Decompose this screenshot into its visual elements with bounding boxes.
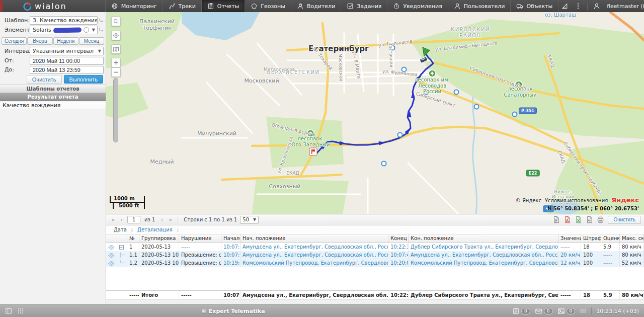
section-report-templates[interactable]: Шаблоны отчетов	[0, 85, 106, 93]
column-header[interactable]: Штраф	[581, 234, 601, 243]
cell-end-loc: Комсомольский Путепровод, Екатеринбург, …	[409, 259, 558, 267]
collapse-row-icon[interactable]: −	[119, 245, 124, 250]
column-header[interactable]: Оценка	[601, 234, 620, 243]
nav-item-6[interactable]: Задания	[341, 0, 387, 12]
range-button-4[interactable]: Месяц	[79, 37, 104, 45]
column-header[interactable]: №	[127, 234, 139, 243]
map-poi-marker[interactable]	[513, 112, 517, 117]
map-scrollbar[interactable]	[113, 78, 118, 142]
map-poi-marker[interactable]	[402, 67, 407, 72]
clear-report-button[interactable]: Очистить	[608, 216, 641, 224]
template-select[interactable]: 3. Качество вождения с карт... ▼	[30, 16, 98, 25]
map-canvas[interactable]: ЕкатеринбургПалкинский ТорфяникКИРОВСКИЙ…	[106, 12, 644, 214]
cell-group: 2020-05-13	[139, 243, 179, 251]
column-header[interactable]: Макс. скорость	[620, 234, 644, 243]
interval-select[interactable]: Указанный интервал ▼	[30, 47, 104, 55]
menu-kebab-icon[interactable]	[572, 0, 584, 12]
column-header-empty	[117, 234, 127, 243]
nav-item-2[interactable]: Треки	[163, 0, 202, 12]
map-poi-marker[interactable]	[454, 90, 459, 95]
column-header[interactable]: Нач. положение	[240, 234, 388, 243]
apps-grid-icon[interactable]	[17, 307, 24, 314]
user-icon[interactable]	[591, 0, 603, 12]
messages-badge-group[interactable]: 0	[535, 307, 553, 315]
column-header[interactable]: Кон. положение	[409, 234, 558, 243]
from-date-input[interactable]	[30, 57, 104, 65]
keyboard-icon[interactable]	[580, 307, 587, 314]
row-visibility-eye-icon[interactable]	[106, 251, 117, 259]
nav-item-3[interactable]: Отчеты	[202, 0, 245, 12]
tree-branch-icon: ├─	[117, 251, 127, 259]
section-report-result[interactable]: Результат отчета	[0, 93, 106, 101]
nav-item-5[interactable]: Водители	[291, 0, 341, 12]
column-header[interactable]: Значение	[558, 234, 581, 243]
nav-item-1[interactable]: Мониторинг	[105, 0, 163, 12]
column-header[interactable]: Нарушение	[179, 234, 221, 243]
map-poi-marker[interactable]	[474, 105, 479, 109]
units-icon	[516, 3, 523, 10]
column-header[interactable]: Начало	[221, 234, 240, 243]
nav-item-7[interactable]: Уведомления	[387, 0, 448, 12]
column-header[interactable]: Группировка	[139, 234, 179, 243]
next-page-button[interactable]: ›	[158, 216, 166, 224]
page-number-input[interactable]	[127, 216, 140, 223]
pdf-export-icon[interactable]: A	[564, 216, 571, 223]
map-poi-marker[interactable]	[398, 133, 403, 137]
last-page-button[interactable]: »	[167, 216, 174, 224]
file-export-icon[interactable]	[586, 216, 593, 223]
unit-switch-icon[interactable]	[99, 27, 104, 34]
table-row-1[interactable]: −12020-05-13-----10:07:27Амундсена ул., …	[106, 243, 644, 251]
user-name[interactable]: fleetmaster (invar)	[604, 3, 644, 10]
cell-start-loc: Амундсена ул., Екатеринбург, Свердловска…	[240, 251, 388, 259]
map-poi-marker[interactable]	[390, 46, 395, 50]
report-queue-badge-group[interactable]: 0	[512, 307, 530, 315]
zoom-out-button[interactable]	[111, 67, 121, 77]
template-switch-icon[interactable]	[99, 17, 104, 24]
tab-2[interactable]: Детализация	[134, 227, 176, 232]
nav-item-4[interactable]: Геозоны	[245, 0, 291, 12]
range-button-2[interactable]: Вчера	[27, 37, 52, 45]
map-layers-button[interactable]	[111, 44, 121, 54]
terms-link[interactable]: Условия использования	[545, 198, 608, 203]
ruler-icon[interactable]	[558, 0, 571, 12]
excel-export-icon[interactable]: X	[575, 216, 582, 223]
map-visibility-button[interactable]	[111, 31, 121, 40]
tab-1[interactable]: Дата	[110, 227, 130, 232]
divider	[587, 3, 588, 10]
report-template-icon[interactable]	[552, 216, 560, 223]
count-badge: 0	[544, 308, 553, 314]
report-result-item[interactable]: Качество вождения	[0, 102, 106, 109]
print-icon[interactable]	[597, 216, 604, 223]
prev-page-button[interactable]: ‹	[118, 216, 125, 224]
map-poi-marker[interactable]	[424, 90, 429, 95]
page-size-select[interactable]: 50 ▼	[240, 216, 259, 224]
app-logo[interactable]: wialon	[3, 0, 74, 12]
table-row-2[interactable]: ├─1.12020-05-13 10:07:27Превышение: сред…	[106, 251, 644, 259]
range-button-3[interactable]: Неделя	[53, 37, 78, 45]
cell-max-speed: 52 км/ч	[620, 259, 644, 267]
row-visibility-eye-icon[interactable]	[106, 243, 117, 251]
row-visibility-eye-icon[interactable]	[106, 259, 117, 267]
unit-label: Элемент:	[5, 27, 30, 33]
table-row-3[interactable]: └─1.22020-05-13 10:19:44Превышение: сред…	[106, 259, 644, 267]
range-button-1[interactable]: Сегодня	[2, 37, 27, 45]
yandex-logo[interactable]: Яндекс	[611, 196, 639, 204]
unit-select[interactable]: Solaris ▼	[30, 26, 98, 34]
zoom-in-button[interactable]	[111, 58, 121, 67]
map-search-button[interactable]	[111, 17, 121, 26]
first-page-button[interactable]: «	[109, 216, 117, 224]
cell-rating: -----	[601, 251, 620, 259]
clear-button[interactable]: Очистить	[27, 75, 62, 84]
execute-button[interactable]: Выполнить	[64, 75, 103, 84]
track-start-flag-icon[interactable]	[309, 148, 317, 155]
map-poi-marker[interactable]	[382, 162, 386, 166]
nav-item-label: Уведомления	[403, 3, 442, 10]
layout-panel-icon[interactable]	[5, 307, 12, 314]
nav-item-9[interactable]: Объекты	[511, 0, 558, 12]
column-header[interactable]: Конец	[388, 234, 409, 243]
media-badge-group[interactable]: 0	[557, 307, 576, 315]
totals-max-speed: 80 км/ч	[620, 291, 644, 299]
to-date-input[interactable]	[30, 66, 104, 74]
nav-item-8[interactable]: Пользователи	[448, 0, 511, 12]
main-nav: МониторингТрекиОтчетыГеозоныВодителиЗада…	[105, 0, 558, 12]
